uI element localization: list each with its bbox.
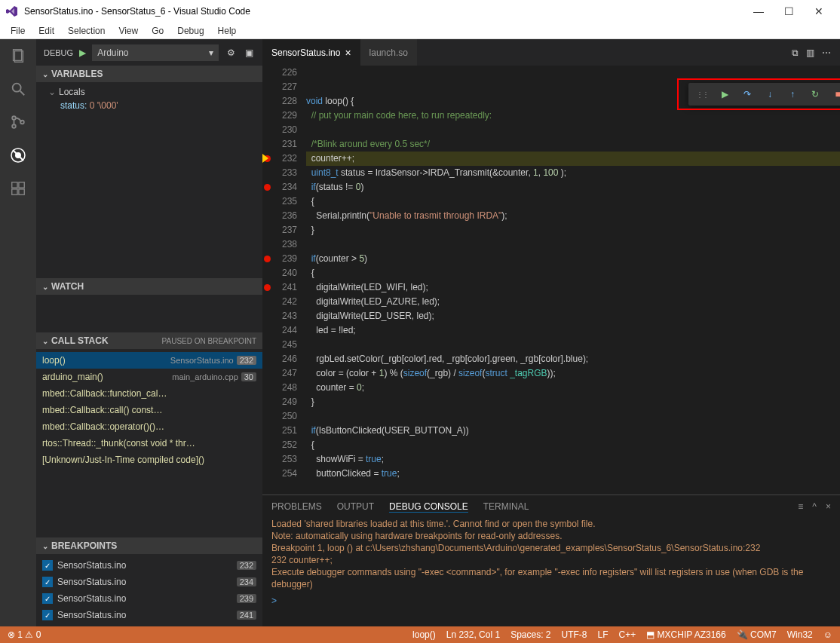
status-errors[interactable]: ⊗ 1 ⚠ 0 bbox=[8, 629, 41, 640]
status-fn[interactable]: loop() bbox=[412, 629, 436, 640]
callstack-row[interactable]: loop()SensorStatus.ino232 bbox=[36, 352, 262, 369]
expand-icon[interactable]: ^ bbox=[812, 501, 817, 512]
feedback-icon[interactable]: ☺ bbox=[823, 629, 832, 640]
editor-tabs: SensorStatus.ino× launch.so ⧉ ▥ ⋯ bbox=[262, 39, 840, 66]
vs-logo-icon bbox=[6, 5, 18, 17]
svg-point-8 bbox=[15, 152, 21, 158]
watch-header[interactable]: ⌄WATCH bbox=[36, 278, 262, 295]
step-into-button[interactable]: ↓ bbox=[764, 88, 776, 100]
debug-label: DEBUG bbox=[44, 48, 73, 57]
grip-icon[interactable]: ⋮⋮ bbox=[696, 90, 708, 99]
menu-selection[interactable]: Selection bbox=[63, 24, 109, 38]
menu-help[interactable]: Help bbox=[213, 24, 241, 38]
variables-header[interactable]: ⌄VARIABLES bbox=[36, 66, 262, 82]
step-over-button[interactable]: ↷ bbox=[741, 88, 753, 100]
step-out-button[interactable]: ↑ bbox=[786, 88, 799, 100]
locals-scope[interactable]: ⌄Locals bbox=[36, 85, 262, 99]
start-debug-icon[interactable]: ▶ bbox=[79, 47, 86, 58]
clear-icon[interactable]: ≡ bbox=[798, 501, 803, 512]
statusbar: ⊗ 1 ⚠ 0 loop() Ln 232, Col 1 Spaces: 2 U… bbox=[0, 626, 840, 643]
maximize-button[interactable]: ☐ bbox=[774, 5, 804, 17]
menu-file[interactable]: File bbox=[6, 24, 29, 38]
status-spaces[interactable]: Spaces: 2 bbox=[510, 629, 550, 640]
callstack-row[interactable]: mbed::Callback::function_cal… bbox=[36, 385, 262, 402]
callstack-row[interactable]: arduino_main()main_arduino.cpp30 bbox=[36, 369, 262, 385]
svg-rect-12 bbox=[19, 182, 24, 188]
breakpoints-panel: ✓SensorStatus.ino232✓SensorStatus.ino234… bbox=[36, 554, 262, 626]
status-position[interactable]: Ln 232, Col 1 bbox=[446, 629, 500, 640]
tab-debug-console[interactable]: DEBUG CONSOLE bbox=[389, 501, 468, 513]
debug-config-select[interactable]: Arduino ▾ bbox=[92, 44, 219, 61]
explorer-icon[interactable] bbox=[9, 47, 27, 65]
debug-toolbar[interactable]: ⋮⋮ ▶ ↷ ↓ ↑ ↻ ■ bbox=[688, 83, 840, 106]
editor-area: ⋮⋮ ▶ ↷ ↓ ↑ ↻ ■ SensorStatus.ino× launch.… bbox=[262, 39, 840, 626]
split-editor-icon[interactable]: ⧉ bbox=[792, 47, 799, 58]
restart-button[interactable]: ↻ bbox=[809, 88, 821, 100]
close-icon[interactable]: × bbox=[345, 47, 351, 59]
callstack-row[interactable]: [Unknown/Just-In-Time compiled code]() bbox=[36, 452, 262, 468]
menu-view[interactable]: View bbox=[114, 24, 143, 38]
tab-launch[interactable]: launch.so bbox=[360, 39, 417, 66]
callstack-header[interactable]: ⌄CALL STACKPAUSED ON BREAKPOINT bbox=[36, 332, 262, 349]
callstack-row[interactable]: rtos::Thread::_thunk(const void * thr… bbox=[36, 435, 262, 452]
svg-point-5 bbox=[12, 124, 16, 128]
svg-rect-11 bbox=[19, 189, 24, 194]
variables-panel: ⌄Locals status: 0 '\000' bbox=[36, 82, 262, 278]
debug-console[interactable]: Loaded 'shared libraries loaded at this … bbox=[262, 518, 840, 626]
extensions-icon[interactable] bbox=[9, 179, 27, 197]
tab-output[interactable]: OUTPUT bbox=[337, 501, 374, 512]
debug-sidebar: DEBUG ▶ Arduino ▾ ⚙ ▣ ⌄VARIABLES ⌄Locals… bbox=[36, 39, 262, 626]
status-os[interactable]: Win32 bbox=[787, 629, 813, 640]
breakpoint-row[interactable]: ✓SensorStatus.ino239 bbox=[36, 590, 262, 607]
editor-layout-icon[interactable]: ▥ bbox=[806, 47, 814, 58]
debug-console-icon[interactable]: ▣ bbox=[243, 47, 255, 58]
activitybar bbox=[0, 39, 36, 626]
debug-icon[interactable] bbox=[9, 146, 27, 164]
watch-panel bbox=[36, 295, 262, 332]
callstack-row[interactable]: mbed::Callback::operator()()… bbox=[36, 418, 262, 435]
menu-go[interactable]: Go bbox=[147, 24, 168, 38]
code-editor[interactable]: 2262272282292302312322332342352362372382… bbox=[262, 66, 840, 494]
menubar: File Edit Selection View Go Debug Help bbox=[0, 23, 840, 39]
tab-sensorstatus[interactable]: SensorStatus.ino× bbox=[262, 39, 360, 66]
breakpoint-row[interactable]: ✓SensorStatus.ino241 bbox=[36, 607, 262, 623]
breakpoint-row[interactable]: ✓SensorStatus.ino232 bbox=[36, 557, 262, 574]
minimize-button[interactable]: — bbox=[743, 5, 774, 17]
breakpoint-row[interactable]: ✓SensorStatus.ino234 bbox=[36, 574, 262, 590]
status-board[interactable]: ⬒ MXCHIP AZ3166 bbox=[646, 629, 726, 640]
callstack-row[interactable]: mbed::Callback::call() const… bbox=[36, 402, 262, 418]
status-eol[interactable]: LF bbox=[598, 629, 609, 640]
svg-point-4 bbox=[12, 116, 16, 120]
breakpoints-header[interactable]: ⌄BREAKPOINTS bbox=[36, 537, 262, 554]
stop-button[interactable]: ■ bbox=[832, 88, 840, 100]
tab-terminal[interactable]: TERMINAL bbox=[483, 501, 529, 512]
svg-rect-10 bbox=[12, 189, 17, 194]
status-lang[interactable]: C++ bbox=[619, 629, 636, 640]
debug-header: DEBUG ▶ Arduino ▾ ⚙ ▣ bbox=[36, 39, 262, 66]
continue-button[interactable]: ▶ bbox=[719, 88, 731, 100]
callstack-panel: loop()SensorStatus.ino232arduino_main()m… bbox=[36, 349, 262, 471]
status-port[interactable]: 🔌 COM7 bbox=[737, 629, 777, 640]
more-icon[interactable]: ⋯ bbox=[822, 47, 831, 58]
panel-tabs: PROBLEMS OUTPUT DEBUG CONSOLE TERMINAL ≡… bbox=[262, 495, 840, 518]
svg-rect-9 bbox=[12, 182, 17, 188]
chevron-down-icon: ▾ bbox=[209, 47, 213, 58]
titlebar: SensorStatus.ino - SensorStatus_6 - Visu… bbox=[0, 0, 840, 23]
svg-line-3 bbox=[20, 91, 25, 96]
status-encoding[interactable]: UTF-8 bbox=[562, 629, 587, 640]
source-control-icon[interactable] bbox=[9, 113, 27, 131]
window-title: SensorStatus.ino - SensorStatus_6 - Visu… bbox=[24, 6, 743, 17]
tab-problems[interactable]: PROBLEMS bbox=[271, 501, 322, 512]
menu-edit[interactable]: Edit bbox=[34, 24, 59, 38]
menu-debug[interactable]: Debug bbox=[173, 24, 208, 38]
close-button[interactable]: ✕ bbox=[804, 5, 834, 17]
variable-row[interactable]: status: 0 '\000' bbox=[36, 99, 262, 112]
bottom-panel: PROBLEMS OUTPUT DEBUG CONSOLE TERMINAL ≡… bbox=[262, 494, 840, 626]
close-panel-icon[interactable]: × bbox=[826, 501, 831, 512]
gear-icon[interactable]: ⚙ bbox=[225, 47, 237, 58]
svg-point-2 bbox=[13, 84, 21, 92]
search-icon[interactable] bbox=[9, 80, 27, 98]
